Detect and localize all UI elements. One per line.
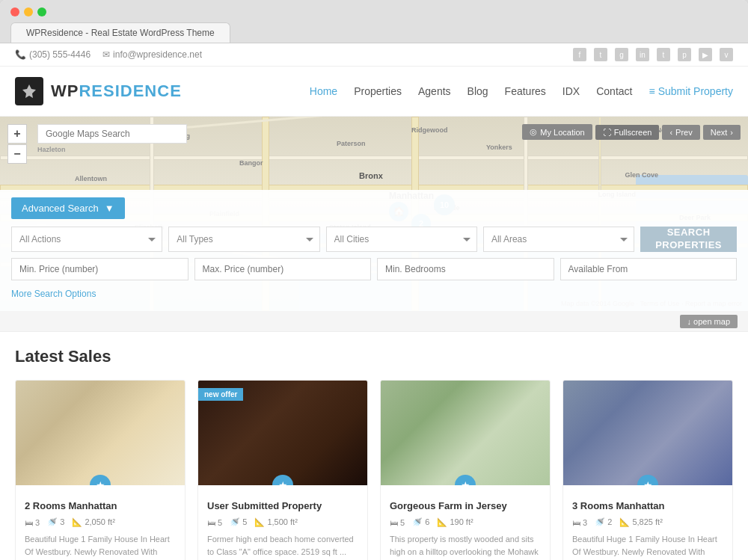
advanced-search-toggle[interactable]: Advanced Search ▼ bbox=[11, 197, 125, 219]
browser-chrome: WPResidence - Real Estate WordPress Them… bbox=[0, 0, 748, 43]
label-allentown: Allentown bbox=[75, 175, 107, 182]
property-info-3: Gorgeous Farm in Jersey 🛏 5 🚿 6 📐 190 ft… bbox=[381, 485, 550, 560]
zoom-out-button[interactable]: − bbox=[7, 144, 27, 164]
my-location-button[interactable]: ◎ My Location bbox=[522, 124, 592, 140]
more-search-options-link[interactable]: More Search Options bbox=[11, 289, 96, 299]
property-image-4[interactable]: ★ bbox=[563, 381, 732, 485]
email-info: ✉ info@wpresidence.net bbox=[102, 49, 202, 60]
property-image-3[interactable]: ★ bbox=[381, 381, 550, 485]
property-meta-1: 🛏 3 🚿 3 📐 2,050 ft² bbox=[25, 517, 176, 527]
map-section: Hazleton Stroudsburg Bangor Paterson Rid… bbox=[0, 117, 748, 311]
area-4: 📐 5,825 ft² bbox=[619, 517, 662, 527]
header: WPRESIDENCE Home Properties Agents Blog … bbox=[0, 67, 748, 117]
min-price-input[interactable] bbox=[11, 258, 188, 280]
main-content: Latest Sales ★ 2 Rooms Manhattan 🛏 3 🚿 3… bbox=[0, 332, 748, 560]
max-price-input[interactable] bbox=[194, 258, 372, 280]
nav-contact[interactable]: Contact bbox=[596, 85, 632, 97]
browser-window: WPResidence - Real Estate WordPress Them… bbox=[0, 0, 748, 560]
min-bedrooms-input[interactable] bbox=[377, 258, 554, 280]
nav-properties[interactable]: Properties bbox=[354, 85, 402, 97]
phone-info: 📞 (305) 555-4446 bbox=[15, 49, 91, 60]
googleplus-icon[interactable]: g bbox=[615, 48, 628, 61]
phone-icon: 📞 bbox=[15, 49, 26, 60]
search-inputs-row bbox=[11, 258, 737, 280]
prev-button[interactable]: ‹ Prev bbox=[662, 125, 699, 140]
property-image-2[interactable]: new offer ★ bbox=[198, 381, 367, 485]
property-desc-3: This property is mostly wooded and sits … bbox=[390, 533, 541, 560]
property-title-3: Gorgeous Farm in Jersey bbox=[390, 500, 541, 511]
close-dot[interactable] bbox=[10, 7, 19, 16]
property-title-2: User Submitted Property bbox=[207, 500, 358, 511]
phone-number: (305) 555-4446 bbox=[29, 49, 91, 60]
property-desc-2: Former high end beach home converted to … bbox=[207, 533, 358, 560]
label-glencore: Glen Cove bbox=[625, 171, 658, 179]
property-grid: ★ 2 Rooms Manhattan 🛏 3 🚿 3 📐 2,050 ft² … bbox=[15, 380, 733, 560]
logo-text: WPRESIDENCE bbox=[51, 81, 182, 101]
property-card-1: ★ 2 Rooms Manhattan 🛏 3 🚿 3 📐 2,050 ft² … bbox=[15, 380, 186, 560]
logo-residence: RESIDENCE bbox=[79, 81, 181, 100]
label-bangor: Bangor bbox=[239, 159, 263, 167]
logo-wp: WP bbox=[51, 81, 79, 100]
property-meta-3: 🛏 5 🚿 6 📐 190 ft² bbox=[390, 517, 541, 527]
tab-bar: WPResidence - Real Estate WordPress Them… bbox=[10, 22, 738, 43]
city-select[interactable]: All Cities New York Manhattan bbox=[326, 227, 477, 252]
beds-2: 🛏 5 bbox=[207, 517, 222, 527]
beds-4: 🛏 3 bbox=[572, 517, 587, 527]
property-desc-4: Beautiful Huge 1 Family House In Heart O… bbox=[572, 533, 723, 560]
action-select[interactable]: All Actions For Sale For Rent bbox=[11, 227, 162, 252]
map-search-container bbox=[37, 124, 598, 144]
submit-property-button[interactable]: ≡ Submit Property bbox=[649, 85, 733, 97]
type-select[interactable]: All Types House Apartment bbox=[168, 227, 319, 252]
property-card-4: ★ 3 Rooms Manhattan 🛏 3 🚿 2 📐 5,825 ft² … bbox=[562, 380, 733, 560]
label-bronx: Bronx bbox=[359, 171, 383, 180]
next-button[interactable]: Next › bbox=[703, 125, 741, 140]
maximize-dot[interactable] bbox=[37, 7, 46, 16]
favorite-icon-4[interactable]: ★ bbox=[637, 475, 658, 485]
search-dropdowns-row: All Actions For Sale For Rent All Types … bbox=[11, 227, 737, 252]
linkedin-icon[interactable]: in bbox=[636, 48, 649, 61]
vimeo-icon[interactable]: v bbox=[720, 48, 733, 61]
area-select[interactable]: All Areas Downtown Midtown bbox=[483, 227, 634, 252]
location-icon: ◎ bbox=[530, 127, 537, 137]
favorite-icon-1[interactable]: ★ bbox=[90, 475, 111, 485]
road-h3 bbox=[0, 156, 748, 160]
top-bar-left: 📞 (305) 555-4446 ✉ info@wpresidence.net bbox=[15, 49, 202, 60]
property-badge-2: new offer bbox=[198, 388, 243, 401]
property-image-1[interactable]: ★ bbox=[16, 381, 185, 485]
minimize-dot[interactable] bbox=[24, 7, 33, 16]
logo-area: WPRESIDENCE bbox=[15, 77, 182, 105]
fullscreen-button[interactable]: ⛶ Fullscreen bbox=[595, 125, 660, 140]
nav-agents[interactable]: Agents bbox=[418, 85, 451, 97]
youtube-icon[interactable]: ▶ bbox=[699, 48, 712, 61]
favorite-icon-2[interactable]: ★ bbox=[272, 475, 293, 485]
property-info-1: 2 Rooms Manhattan 🛏 3 🚿 3 📐 2,050 ft² Be… bbox=[16, 485, 185, 560]
area-1: 📐 2,050 ft² bbox=[72, 517, 114, 527]
search-toggle-label: Advanced Search bbox=[22, 203, 99, 214]
twitter-icon[interactable]: t bbox=[594, 48, 607, 61]
pinterest-icon[interactable]: p bbox=[678, 48, 691, 61]
menu-icon: ≡ bbox=[649, 85, 654, 97]
favorite-icon-3[interactable]: ★ bbox=[455, 475, 476, 485]
browser-tab[interactable]: WPResidence - Real Estate WordPress Them… bbox=[10, 22, 230, 43]
nav-blog[interactable]: Blog bbox=[468, 85, 488, 97]
label-hazleton: Hazleton bbox=[37, 146, 66, 153]
area-2: 📐 1,500 ft² bbox=[254, 517, 297, 527]
nav-home[interactable]: Home bbox=[310, 85, 337, 97]
property-title-4: 3 Rooms Manhattan bbox=[572, 500, 723, 511]
baths-2: 🚿 5 bbox=[230, 517, 247, 527]
facebook-icon[interactable]: f bbox=[573, 48, 586, 61]
zoom-in-button[interactable]: + bbox=[7, 124, 27, 144]
search-properties-button[interactable]: SEARCH PROPERTIES bbox=[640, 227, 737, 252]
map-search-input[interactable] bbox=[37, 124, 187, 144]
top-bar: 📞 (305) 555-4446 ✉ info@wpresidence.net … bbox=[0, 43, 748, 67]
nav-features[interactable]: Features bbox=[505, 85, 546, 97]
browser-dots bbox=[10, 7, 738, 16]
property-meta-2: 🛏 5 🚿 5 📐 1,500 ft² bbox=[207, 517, 358, 527]
main-nav: Home Properties Agents Blog Features IDX… bbox=[310, 85, 733, 97]
available-from-input[interactable] bbox=[560, 258, 738, 280]
property-info-4: 3 Rooms Manhattan 🛏 3 🚿 2 📐 5,825 ft² Be… bbox=[563, 485, 732, 560]
nav-idx[interactable]: IDX bbox=[562, 85, 580, 97]
open-map-button[interactable]: ↓ open map bbox=[680, 315, 738, 328]
property-desc-1: Beautiful Huge 1 Family House In Heart O… bbox=[25, 533, 176, 560]
tumblr-icon[interactable]: t bbox=[657, 48, 670, 61]
